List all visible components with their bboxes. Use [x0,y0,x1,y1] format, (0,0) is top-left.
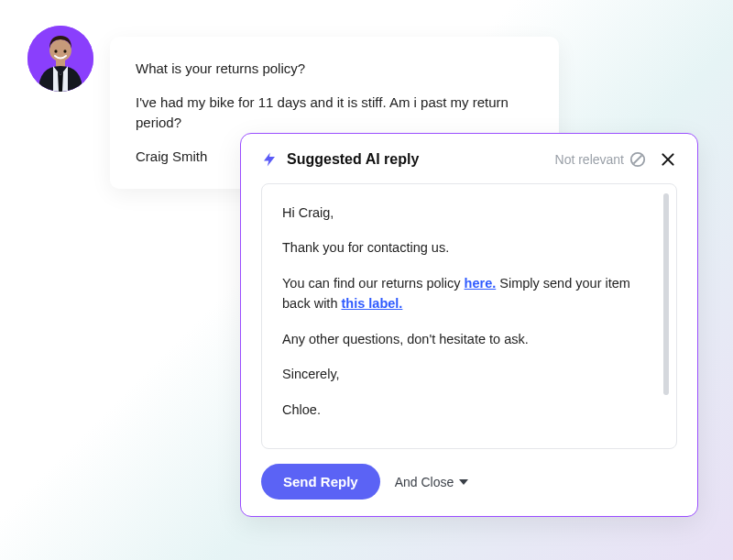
bolt-icon [261,150,278,169]
reply-policy-pre: You can find our returns policy [282,276,465,291]
reply-signoff: Sincerely, [282,364,656,384]
return-label-link[interactable]: this label. [341,296,402,311]
customer-avatar [27,26,93,92]
svg-line-6 [634,156,642,164]
avatar-placeholder-icon [27,26,93,92]
returns-policy-link[interactable]: here. [465,276,497,291]
and-close-label: And Close [395,475,454,489]
suggested-reply-panel: Suggested AI reply Not relevant Hi Craig… [240,133,698,517]
svg-point-3 [63,49,66,53]
not-relevant-button[interactable]: Not relevant [555,151,646,168]
chevron-down-icon [459,479,468,485]
svg-rect-4 [56,60,65,67]
not-relevant-label: Not relevant [555,152,624,167]
scrollbar-thumb[interactable] [663,193,669,395]
reply-agent-name: Chloe. [282,400,656,420]
reply-policy-paragraph: You can find our returns policy here. Si… [282,273,656,314]
reply-body[interactable]: Hi Craig, Thank you for contacting us. Y… [261,183,677,449]
close-icon [661,152,675,167]
send-reply-button[interactable]: Send Reply [261,464,380,500]
and-close-dropdown[interactable]: And Close [395,475,469,489]
svg-point-2 [54,49,57,53]
reply-scrollbar[interactable] [663,193,669,439]
reply-questions: Any other questions, don't hesitate to a… [282,329,656,349]
reply-thanks: Thank you for contacting us. [282,237,656,258]
close-button[interactable] [659,150,677,169]
reply-panel-title: Suggested AI reply [287,151,555,168]
reply-panel-header: Suggested AI reply Not relevant [261,150,677,169]
cancel-icon [629,151,646,168]
message-line-1: What is your returns policy? [136,59,533,80]
message-line-2: I've had my bike for 11 days and it is s… [136,93,533,134]
reply-footer: Send Reply And Close [261,464,677,500]
reply-greeting: Hi Craig, [282,203,656,223]
